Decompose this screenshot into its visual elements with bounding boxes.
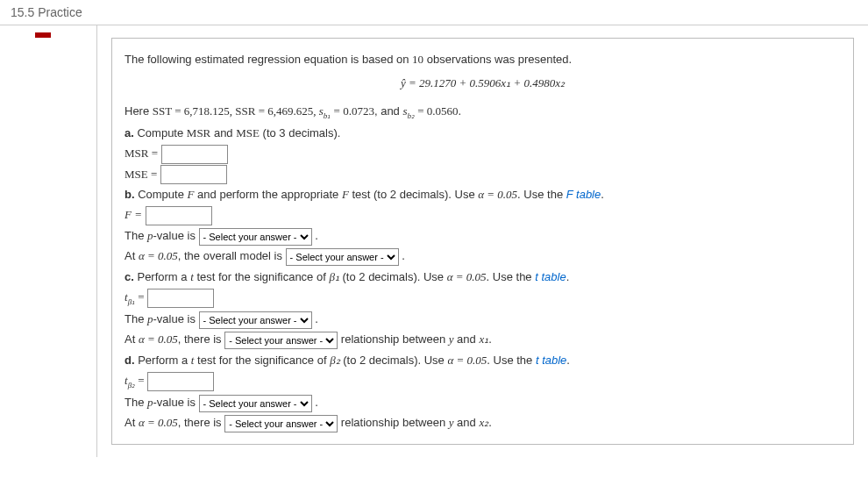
t-table-link[interactable]: t table: [535, 270, 566, 283]
d-pvalue-select[interactable]: - Select your answer -: [199, 395, 312, 412]
part-c-question: c. Perform a t test for the significance…: [125, 267, 841, 287]
text: =: [135, 290, 145, 304]
mse-label: MSE =: [125, 168, 157, 181]
part-b-question: b. Compute F and perform the appropriate…: [125, 184, 841, 204]
header-title: 15.5 Practice: [11, 5, 82, 19]
d-rel-select[interactable]: - Select your answer -: [224, 415, 338, 432]
msr-symbol: MSR: [187, 126, 210, 139]
b-pvalue-row: The p-value is - Select your answer - .: [125, 225, 841, 246]
f-symbol: F: [342, 188, 349, 201]
t-table-link[interactable]: t table: [536, 354, 566, 367]
f-symbol: F: [188, 188, 195, 201]
text: . Use the: [517, 188, 566, 201]
mse-row: MSE =: [125, 164, 841, 185]
text: .: [315, 229, 318, 242]
f-table-link[interactable]: F table: [566, 188, 601, 201]
text: . Use the: [487, 354, 536, 367]
beta1-symbol: β₁: [329, 270, 338, 283]
msr-input[interactable]: [161, 145, 228, 164]
text: .: [459, 104, 462, 118]
part-b-label: b.: [125, 188, 135, 201]
ssr-value: 6,469.625: [267, 104, 313, 118]
text: and: [454, 332, 480, 346]
text: The: [125, 396, 147, 409]
alpha-value: α = 0.05: [447, 354, 487, 367]
text: test (to 2 decimals). Use: [349, 188, 478, 201]
text: Perform a: [134, 270, 190, 283]
tb1-input[interactable]: [147, 289, 214, 308]
text: , the overall model is: [178, 249, 286, 262]
text: test for the significance of: [194, 354, 330, 367]
ssr-label: SSR =: [235, 104, 267, 118]
sst-value: 6,718.125: [184, 104, 230, 118]
mse-input[interactable]: [160, 165, 227, 184]
text: =: [135, 374, 145, 387]
text: , there is: [178, 332, 224, 346]
text: , there is: [178, 416, 224, 429]
c-rel-select[interactable]: - Select your answer -: [224, 332, 338, 349]
text: At: [125, 332, 139, 346]
text: (to 2 decimals). Use: [340, 354, 448, 367]
text: .: [315, 312, 318, 325]
intro-line1: The following estimated regression equat…: [125, 49, 841, 69]
sb2-sub: b₂: [408, 111, 416, 119]
alpha-value: α = 0.05: [139, 416, 178, 429]
b-model-select[interactable]: - Select your answer -: [286, 248, 399, 266]
text: The: [125, 312, 147, 325]
tb1-sub: β₁: [128, 297, 135, 306]
text: =: [415, 104, 427, 118]
n-value: 10: [412, 53, 423, 66]
regression-equation: ŷ = 29.1270 + 0.5906x₁ + 0.4980x₂: [125, 73, 841, 93]
question-panel: The following estimated regression equat…: [111, 38, 854, 445]
given-values: Here SST = 6,718.125, SSR = 6,469.625, s…: [125, 101, 841, 123]
text: Compute: [135, 188, 188, 201]
text: (to 3 decimals).: [260, 126, 340, 139]
text: .: [488, 416, 492, 429]
tb2-row: tβ₂ =: [125, 370, 841, 392]
text: observations was presented.: [423, 53, 572, 66]
tb2-input[interactable]: [147, 372, 214, 391]
text: -value is: [153, 312, 199, 325]
tb1-row: tβ₁ =: [125, 287, 841, 309]
text: , and: [374, 104, 403, 118]
text: (to 2 decimals). Use: [339, 270, 447, 283]
c-conclusion-row: At α = 0.05, there is - Select your answ…: [125, 329, 841, 349]
x1-symbol: x₁: [479, 332, 488, 346]
text: relationship between: [341, 332, 449, 346]
text: .: [566, 354, 570, 367]
text: . Use the: [487, 270, 536, 283]
f-label: F =: [125, 208, 142, 221]
sb1-value: 0.0723: [343, 104, 374, 118]
alpha-value: α = 0.05: [139, 332, 178, 346]
text: =: [331, 104, 343, 118]
c-pvalue-select[interactable]: - Select your answer -: [199, 311, 312, 329]
sb2-value: 0.0560: [427, 104, 459, 118]
part-a-question: a. Compute MSR and MSE (to 3 decimals).: [125, 123, 841, 143]
page-header: 15.5 Practice: [0, 0, 868, 25]
tab-indicator-icon: [35, 32, 51, 38]
part-d-label: d.: [125, 354, 135, 367]
sst-label: SST =: [153, 104, 184, 118]
f-input[interactable]: [146, 206, 212, 225]
text: The: [125, 229, 147, 242]
part-d-question: d. Perform a t test for the significance…: [125, 350, 841, 370]
part-a-label: a.: [125, 126, 134, 139]
alpha-value: α = 0.05: [447, 270, 487, 283]
text: Here: [125, 104, 153, 118]
b-pvalue-select[interactable]: - Select your answer -: [199, 228, 312, 246]
text: -value is: [153, 229, 199, 242]
beta2-symbol: β₂: [330, 354, 339, 367]
msr-row: MSR =: [125, 143, 841, 164]
x2-symbol: x₂: [479, 416, 488, 429]
f-row: F =: [125, 204, 841, 225]
text: At: [125, 416, 139, 429]
text: test for the significance of: [194, 270, 330, 283]
text: -value is: [153, 396, 199, 409]
c-pvalue-row: The p-value is - Select your answer - .: [125, 309, 841, 329]
text: .: [402, 249, 405, 262]
text: relationship between: [341, 416, 449, 429]
text: .: [488, 332, 492, 346]
text: Perform a: [135, 354, 191, 367]
text: The following estimated regression equat…: [125, 53, 412, 66]
equation-text: ŷ = 29.1270 + 0.5906x₁ + 0.4980x₂: [401, 76, 565, 89]
